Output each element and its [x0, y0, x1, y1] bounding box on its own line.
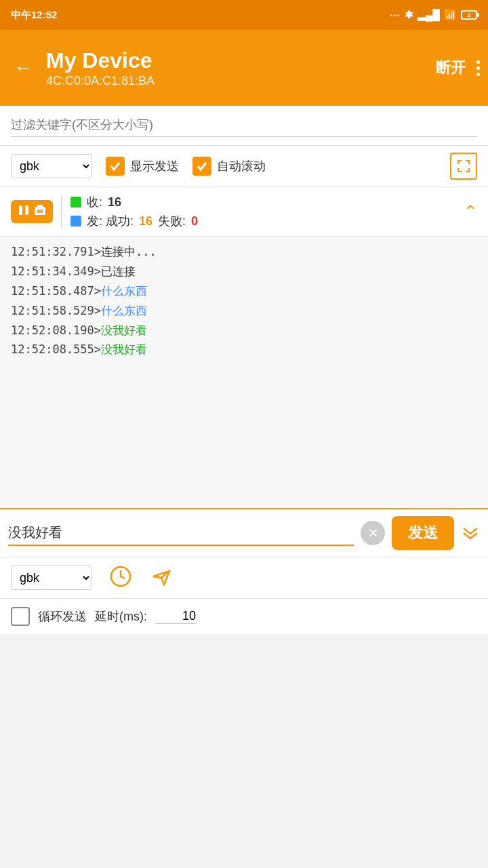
divider	[61, 195, 62, 229]
collapse-button[interactable]: ⌃	[464, 202, 477, 221]
send-dot-icon	[70, 216, 81, 226]
control-bar: gbk utf-8 ascii 显示发送 自动滚动	[0, 146, 488, 187]
bottom-bar: gbk utf-8 ascii	[0, 557, 488, 598]
delay-label: 延时(ms):	[95, 608, 147, 625]
device-name: My Device	[46, 47, 428, 73]
loop-send-label: 循环发送	[38, 608, 87, 625]
stats-numbers: 收: 16 发: 成功: 16 失败: 0	[70, 194, 455, 229]
signal-dots-icon: ···	[390, 9, 401, 21]
bluetooth-icon: ✱	[405, 9, 413, 21]
log-area: 12:51:32.791> 连接中...12:51:34.349> 已连接12:…	[0, 237, 488, 508]
wifi-icon: 📶	[444, 9, 457, 21]
encoding-select-bottom[interactable]: gbk utf-8 ascii	[11, 566, 92, 590]
log-entry: 12:51:58.529> 什么东西	[11, 301, 477, 321]
show-send-group: 显示发送	[106, 157, 179, 176]
auto-scroll-checkbox[interactable]	[192, 157, 211, 176]
back-button[interactable]: ←	[8, 52, 38, 84]
log-time: 12:52:08.190>	[11, 321, 101, 340]
recv-row: 收: 16	[70, 194, 455, 210]
stats-controls	[11, 200, 53, 223]
delay-input[interactable]	[155, 609, 196, 624]
stats-panel: 收: 16 发: 成功: 16 失败: 0 ⌃	[0, 187, 488, 237]
recv-dot-icon	[70, 197, 81, 208]
svg-rect-0	[19, 205, 22, 215]
log-text: 什么东西	[101, 281, 147, 301]
message-input[interactable]	[8, 521, 354, 546]
svg-rect-3	[37, 205, 43, 208]
recv-count: 16	[108, 195, 121, 210]
clear-input-button[interactable]: ✕	[361, 521, 385, 545]
app-bar-title: My Device 4C:C0:0A:C1:81:BA	[46, 47, 428, 87]
log-time: 12:52:08.555>	[11, 340, 101, 359]
status-time: 中午12:52	[11, 9, 57, 22]
send-button[interactable]: 发送	[392, 516, 454, 550]
clear-input-icon: ✕	[367, 525, 379, 541]
pause-clear-button[interactable]	[11, 200, 53, 223]
send-row: 发: 成功: 16 失败: 0	[70, 213, 455, 229]
input-area: ✕ 发送	[0, 508, 488, 557]
log-time: 12:51:58.487>	[11, 281, 101, 301]
send-success-count: 16	[139, 214, 152, 229]
pause-icon	[18, 204, 30, 219]
log-text: 没我好看	[101, 340, 147, 359]
log-text: 连接中...	[101, 242, 157, 262]
filter-input[interactable]	[11, 114, 477, 137]
loop-row: 循环发送 延时(ms):	[0, 598, 488, 634]
svg-rect-1	[25, 205, 28, 215]
clear-icon	[34, 204, 46, 219]
log-entry: 12:51:58.487> 什么东西	[11, 281, 477, 301]
device-address: 4C:C0:0A:C1:81:BA	[46, 74, 428, 88]
log-text: 没我好看	[101, 321, 147, 340]
send-icon-button[interactable]	[149, 564, 174, 591]
more-menu-button[interactable]	[476, 60, 480, 76]
fullscreen-button[interactable]	[450, 153, 477, 180]
log-time: 12:51:58.529>	[11, 301, 101, 321]
log-time: 12:51:32.791>	[11, 242, 101, 262]
send-fail-count: 0	[191, 214, 198, 229]
signal-bars-icon: ▂▄█	[418, 9, 440, 21]
loop-send-checkbox[interactable]	[11, 607, 30, 626]
log-text: 已连接	[101, 262, 136, 281]
log-entry: 12:51:32.791> 连接中...	[11, 242, 477, 262]
show-send-checkbox[interactable]	[106, 157, 125, 176]
log-time: 12:51:34.349>	[11, 262, 101, 281]
app-bar: ← My Device 4C:C0:0A:C1:81:BA 断开	[0, 30, 488, 106]
auto-scroll-group: 自动滚动	[192, 157, 266, 176]
clock-button[interactable]	[108, 564, 133, 591]
log-text: 什么东西	[101, 301, 147, 321]
recv-label: 收:	[87, 194, 102, 210]
expand-button[interactable]	[461, 526, 480, 540]
auto-scroll-label: 自动滚动	[217, 158, 266, 174]
log-entry: 12:52:08.555> 没我好看	[11, 340, 477, 359]
battery-icon: 2	[461, 10, 477, 20]
show-send-label: 显示发送	[130, 158, 179, 174]
status-bar: 中午12:52 ··· ✱ ▂▄█ 📶 2	[0, 0, 488, 30]
log-entry: 12:51:34.349> 已连接	[11, 262, 477, 281]
disconnect-button[interactable]: 断开	[436, 58, 466, 78]
status-bar-right: ··· ✱ ▂▄█ 📶 2	[390, 9, 477, 21]
app-bar-actions: 断开	[436, 58, 480, 78]
log-entry: 12:52:08.190> 没我好看	[11, 321, 477, 340]
send-fail-label: 失败:	[158, 213, 186, 229]
encoding-select-top[interactable]: gbk utf-8 ascii	[11, 154, 92, 178]
filter-bar	[0, 106, 488, 146]
send-label: 发: 成功:	[87, 213, 134, 229]
